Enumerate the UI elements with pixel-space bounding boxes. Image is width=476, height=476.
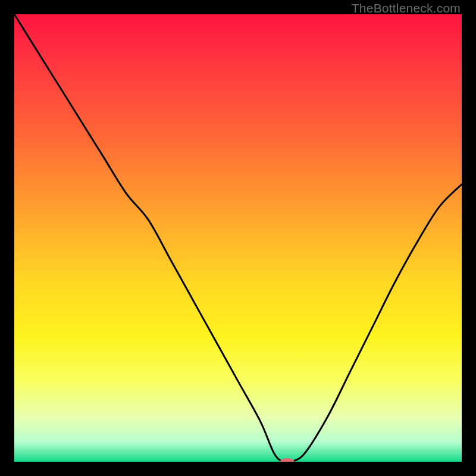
watermark-text: TheBottleneck.com: [352, 1, 461, 15]
gradient-background: [14, 14, 462, 462]
chart-frame: [14, 14, 462, 462]
bottleneck-chart: [14, 14, 462, 462]
